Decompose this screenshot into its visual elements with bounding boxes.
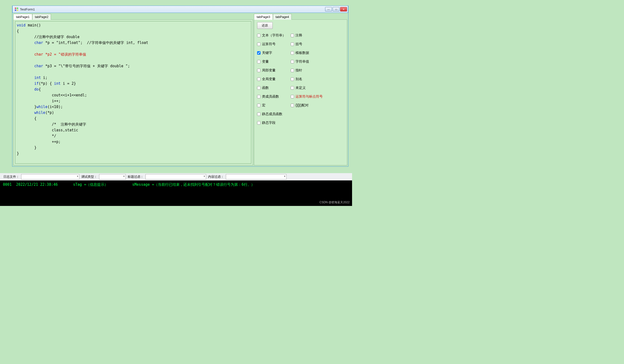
checkbox-label: 指针 — [295, 68, 302, 73]
checkbox-input[interactable] — [257, 78, 260, 81]
tab-page1[interactable]: tabPage1 — [13, 14, 32, 20]
checkbox-label: 关键字 — [262, 51, 272, 55]
close-button[interactable]: ✕ — [340, 7, 347, 11]
checkbox-注释[interactable]: 注释 — [291, 33, 323, 38]
console-message: sMessage =（当前行已结束，还未找到引号配对？错误行号为第：6行。） — [132, 182, 255, 187]
checkbox-局部变量[interactable]: 局部变量 — [257, 68, 286, 73]
checkbox-input[interactable] — [257, 95, 260, 98]
checkbox-input[interactable] — [291, 78, 294, 81]
checkbox-input[interactable] — [257, 121, 260, 125]
checkbox-指针[interactable]: 指针 — [291, 68, 323, 73]
checkbox-运算符与标点符号[interactable]: 运算符与标点符号 — [291, 94, 323, 99]
checkbox-input[interactable] — [291, 43, 294, 46]
console-time: 2022/12/21 22:38:46 — [16, 182, 58, 187]
checkbox-input[interactable] — [291, 95, 294, 98]
svg-rect-0 — [15, 7, 16, 9]
checkbox-label: 静态字段 — [262, 121, 276, 125]
checkbox-括号[interactable]: 括号 — [291, 42, 323, 46]
checkbox-input[interactable] — [257, 34, 260, 37]
left-tabstrip: tabPage1 tabPage2 — [13, 13, 253, 19]
checkbox-类成员函数[interactable]: 类成员函数 — [257, 94, 286, 99]
titlefilter-select[interactable] — [145, 174, 206, 180]
titlefilter-label: 标题过虑： — [128, 175, 144, 179]
restore-button[interactable]: 还原 — [257, 22, 273, 29]
checkbox-input[interactable] — [291, 34, 294, 37]
checkbox-label: 文本（字符串） — [262, 33, 286, 38]
checkbox-label: 函数 — [262, 86, 269, 90]
titlebar: TestForm1 — ▭ ✕ — [12, 6, 348, 13]
tab-page4[interactable]: tabPage4 — [273, 14, 292, 20]
checkbox-label: 静态成员函数 — [262, 112, 282, 116]
debugtype-select[interactable] — [99, 174, 126, 180]
checkbox-input[interactable] — [291, 86, 294, 90]
contentfilter-label: 内容过虑： — [208, 175, 224, 179]
checkbox-input[interactable] — [257, 69, 260, 72]
checkbox-input[interactable] — [291, 51, 294, 55]
checkbox-label: 运算符与标点符号 — [295, 94, 323, 99]
code-editor[interactable]: void main() { //注释中的关键字 double char *p =… — [15, 21, 251, 164]
minimize-button[interactable]: — — [325, 7, 332, 11]
checkbox-全局变量[interactable]: 全局变量 — [257, 77, 286, 81]
checkbox-静态字段[interactable]: 静态字段 — [257, 121, 286, 125]
app-window: TestForm1 — ▭ ✕ tabPage1 tabPage2 void m… — [12, 6, 348, 167]
checkbox-input[interactable] — [291, 69, 294, 72]
checkbox-未定义[interactable]: 未定义 — [291, 86, 323, 90]
checkbox-label: 局部变量 — [262, 68, 276, 73]
svg-rect-2 — [15, 9, 16, 11]
right-panel: tabPage3 tabPage4 还原 文本（字符串）运算符号关键字变量局部变… — [254, 13, 348, 166]
checkbox-label: 模板数据 — [295, 51, 309, 55]
checkbox-关键字[interactable]: 关键字 — [257, 51, 286, 55]
svg-rect-1 — [17, 7, 18, 9]
checkbox-input[interactable] — [257, 60, 260, 63]
left-tabcontent: void main() { //注释中的关键字 double char *p =… — [13, 19, 253, 165]
console-index: 0001 — [3, 182, 12, 187]
filter-bar: 日志文件： 调试类型： 标题过虑： 内容过虑： — [0, 173, 352, 181]
logfile-label: 日志文件： — [3, 175, 19, 179]
checkbox-label: 运算符号 — [262, 42, 276, 46]
right-tabstrip: tabPage3 tabPage4 — [254, 13, 347, 19]
checkbox-input[interactable] — [291, 60, 294, 63]
logfile-select[interactable] — [21, 174, 79, 180]
checkbox-column-right: 注释括号模板数据字符串值指针别名未定义运算符与标点符号{}[]()配对 — [291, 33, 323, 125]
watermark: CSDN @碧海蓝天2022 — [319, 200, 350, 205]
app-icon — [15, 7, 19, 11]
checkbox-label: 注释 — [295, 33, 302, 38]
checkbox-input[interactable] — [291, 104, 294, 107]
checkbox-变量[interactable]: 变量 — [257, 59, 286, 64]
checkbox-字符串值[interactable]: 字符串值 — [291, 59, 323, 64]
checkbox-label: 括号 — [295, 42, 302, 46]
checkbox-宏[interactable]: 宏 — [257, 103, 286, 107]
contentfilter-select[interactable] — [226, 174, 286, 180]
checkbox-别名[interactable]: 别名 — [291, 77, 323, 81]
checkbox-静态成员函数[interactable]: 静态成员函数 — [257, 112, 286, 116]
left-panel: tabPage1 tabPage2 void main() { //注释中的关键… — [12, 13, 254, 166]
console-tag: sTag =（信息提示） — [73, 182, 108, 187]
debugtype-label: 调试类型： — [81, 175, 97, 179]
checkbox-模板数据[interactable]: 模板数据 — [291, 51, 323, 55]
checkbox-input[interactable] — [257, 104, 260, 107]
checkbox-运算符号[interactable]: 运算符号 — [257, 42, 286, 46]
checkbox-input[interactable] — [257, 51, 260, 55]
tab-page3[interactable]: tabPage3 — [254, 14, 273, 20]
checkbox-input[interactable] — [257, 112, 260, 116]
console-output: 0001 2022/12/21 22:38:46 sTag =（信息提示） sM… — [0, 181, 352, 206]
checkbox-label: 未定义 — [295, 86, 306, 90]
window-title: TestForm1 — [20, 7, 35, 11]
checkbox-column-left: 文本（字符串）运算符号关键字变量局部变量全局变量函数类成员函数宏静态成员函数静态… — [257, 33, 286, 125]
checkbox-label: 字符串值 — [295, 59, 309, 64]
checkbox-input[interactable] — [257, 86, 260, 90]
checkbox-label: 全局变量 — [262, 77, 276, 81]
svg-rect-3 — [17, 9, 18, 11]
right-tabcontent: 还原 文本（字符串）运算符号关键字变量局部变量全局变量函数类成员函数宏静态成员函… — [254, 19, 347, 165]
checkbox-label: 别名 — [295, 77, 302, 81]
checkbox-{}[]()配对[interactable]: {}[]()配对 — [291, 103, 323, 107]
checkbox-label: 变量 — [262, 59, 269, 64]
checkbox-函数[interactable]: 函数 — [257, 86, 286, 90]
maximize-button[interactable]: ▭ — [333, 7, 339, 11]
checkbox-label: {}[]()配对 — [295, 103, 309, 107]
checkbox-label: 类成员函数 — [262, 94, 279, 99]
checkbox-文本（字符串）[interactable]: 文本（字符串） — [257, 33, 286, 38]
checkbox-input[interactable] — [257, 43, 260, 46]
tab-page2[interactable]: tabPage2 — [32, 14, 51, 20]
checkbox-label: 宏 — [262, 103, 265, 107]
